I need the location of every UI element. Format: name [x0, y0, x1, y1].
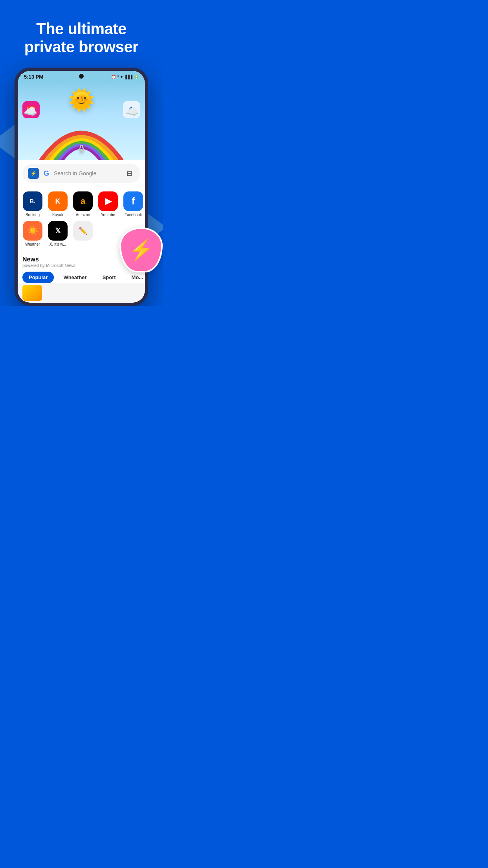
app-item-kayak[interactable]: K Kayak — [46, 191, 70, 217]
lightning-icon: ⚡ — [31, 171, 37, 176]
alarm-icon: ⏰ — [111, 75, 116, 79]
cloud-left: ☁️ — [24, 105, 37, 118]
kayak-label: Kayak — [46, 213, 70, 217]
sun-art: 🌞 — [68, 87, 95, 113]
bolt-icon: ⚡ — [129, 240, 153, 260]
facebook-label: Facebook — [121, 213, 145, 217]
status-icons: ⏰ * ▾ ▐▐▐ 🔋 — [111, 75, 139, 79]
signal-icon: ▐▐▐ — [124, 75, 132, 79]
rainbow-art: ⚱ — [38, 115, 125, 160]
hero-art: 🌞 ☁️ ☁️ — [18, 81, 145, 160]
wifi-icon: ▾ — [121, 75, 123, 79]
amazon-label: Amazon — [71, 213, 95, 217]
search-bar[interactable]: ⚡ G Search in Google ⊟ — [22, 164, 140, 183]
kayak-icon: K — [48, 191, 68, 211]
youtube-icon: ▶ — [98, 191, 118, 211]
app-item-youtube[interactable]: ▶ Youtube — [96, 191, 120, 217]
search-shield-icon: ⚡ — [28, 168, 39, 179]
qr-code-icon[interactable]: ⊟ — [124, 168, 135, 179]
app-item-weather[interactable]: ☀️ Weather — [21, 221, 44, 246]
news-preview — [18, 283, 145, 303]
app-item-x[interactable]: 𝕏 X. It's w... — [46, 221, 70, 246]
weather-label: Weather — [21, 242, 44, 246]
app-row-1: B. Booking K Kayak a — [21, 191, 142, 217]
search-placeholder[interactable]: Search in Google — [54, 170, 121, 177]
shield-badge: ⚡ — [119, 227, 163, 274]
facebook-icon: f — [123, 191, 143, 211]
tab-wheather[interactable]: Wheather — [57, 272, 93, 283]
weather-icon: ☀️ — [23, 221, 42, 241]
x-label: X. It's w... — [46, 242, 70, 246]
bluetooth-icon: * — [117, 75, 119, 79]
shield-shape: ⚡ — [119, 227, 163, 272]
hero-section: The ultimate private browser — [0, 0, 163, 68]
tab-sport[interactable]: Sport — [96, 272, 122, 283]
app-item-amazon[interactable]: a Amazon — [71, 191, 95, 217]
battery-icon: 🔋 — [134, 75, 139, 79]
phone-wrapper: 5:13 PM ⏰ * ▾ ▐▐▐ 🔋 🎁 — [0, 68, 163, 306]
amazon-icon: a — [73, 191, 93, 211]
cloud-right: ☁️ — [125, 105, 139, 118]
tab-popular[interactable]: Popular — [22, 272, 54, 283]
booking-icon: B. — [23, 191, 42, 211]
app-item-booking[interactable]: B. Booking — [21, 191, 44, 217]
app-container: The ultimate private browser 5:13 PM ⏰ *… — [0, 0, 163, 306]
google-logo: G — [42, 169, 51, 178]
hero-image-area: 🎁 ⚙ 🌞 ☁️ ☁️ — [18, 81, 145, 160]
app-item-facebook[interactable]: f Facebook — [121, 191, 145, 217]
camera-hole — [79, 74, 84, 79]
news-thumbnail — [22, 285, 42, 301]
hero-title: The ultimate private browser — [12, 20, 151, 56]
trident-icon: ⚱ — [77, 142, 86, 156]
app-item-edit[interactable]: ✏️ — [71, 221, 95, 246]
x-icon: 𝕏 — [48, 221, 68, 241]
status-bar: 5:13 PM ⏰ * ▾ ▐▐▐ 🔋 — [18, 71, 145, 81]
status-time: 5:13 PM — [24, 74, 43, 80]
booking-label: Booking — [21, 213, 44, 217]
youtube-label: Youtube — [96, 213, 120, 217]
edit-icon: ✏️ — [73, 221, 93, 241]
search-area: ⚡ G Search in Google ⊟ — [18, 160, 145, 187]
